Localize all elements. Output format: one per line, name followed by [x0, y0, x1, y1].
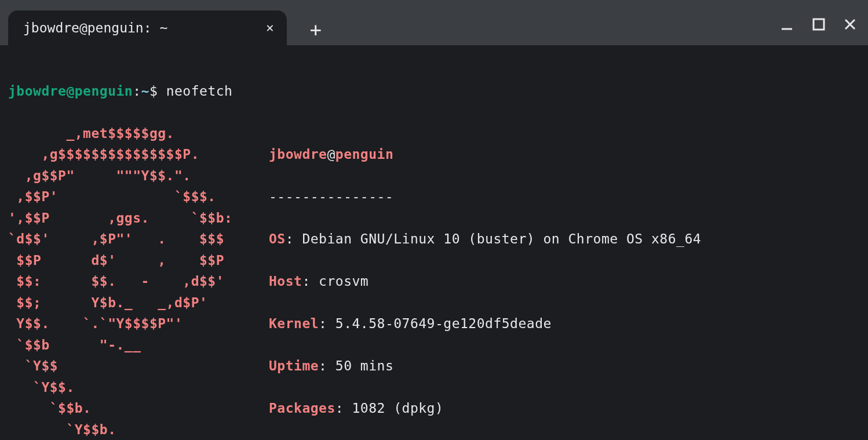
- ascii-logo: _,met$$$$$gg. ,g$$$$$$$$$$$$$$$P. ,g$$P"…: [8, 126, 232, 441]
- header-divider: ---------------: [269, 186, 701, 208]
- tab-title: jbowdre@penguin: ~: [23, 20, 167, 35]
- info-value: 1082 (dpkg): [352, 401, 443, 416]
- info-label: Host: [269, 274, 302, 289]
- prompt-sep: :: [133, 83, 141, 99]
- header-user: jbowdre: [269, 147, 327, 162]
- info-value: 5.4.58-07649-ge120df5deade: [335, 316, 552, 331]
- close-tab-icon[interactable]: ✕: [266, 21, 273, 34]
- info-label: Kernel: [269, 316, 319, 331]
- prompt-line: jbowdre@penguin:~$ neofetch: [8, 81, 860, 102]
- prompt-sigil: $: [149, 83, 166, 99]
- prompt-command: neofetch: [166, 83, 233, 99]
- close-window-icon[interactable]: [844, 18, 856, 31]
- titlebar: jbowdre@penguin: ~ ✕ +: [0, 0, 868, 45]
- prompt-user-host: jbowdre@penguin: [8, 83, 133, 99]
- header-host: penguin: [335, 147, 393, 162]
- info-label: OS: [269, 231, 286, 246]
- info-value: Debian GNU/Linux 10 (buster) on Chrome O…: [302, 231, 701, 246]
- header-at: @: [327, 147, 335, 162]
- info-value: 50 mins: [335, 358, 393, 373]
- info-label: Uptime: [269, 358, 319, 373]
- info-label: Packages: [269, 401, 335, 416]
- minimize-icon[interactable]: [780, 17, 794, 31]
- info-column: jbowdre@penguin --------------- OS: Debi…: [263, 123, 701, 441]
- new-tab-button[interactable]: +: [310, 20, 322, 39]
- terminal-tab[interactable]: jbowdre@penguin: ~ ✕: [8, 10, 287, 45]
- svg-rect-1: [814, 19, 824, 30]
- info-value: crosvm: [319, 274, 369, 289]
- prompt-path: ~: [141, 83, 149, 99]
- maximize-icon[interactable]: [812, 18, 825, 31]
- terminal-output[interactable]: jbowdre@penguin:~$ neofetch _,met$$$$$gg…: [0, 45, 868, 440]
- window-controls: [780, 17, 856, 31]
